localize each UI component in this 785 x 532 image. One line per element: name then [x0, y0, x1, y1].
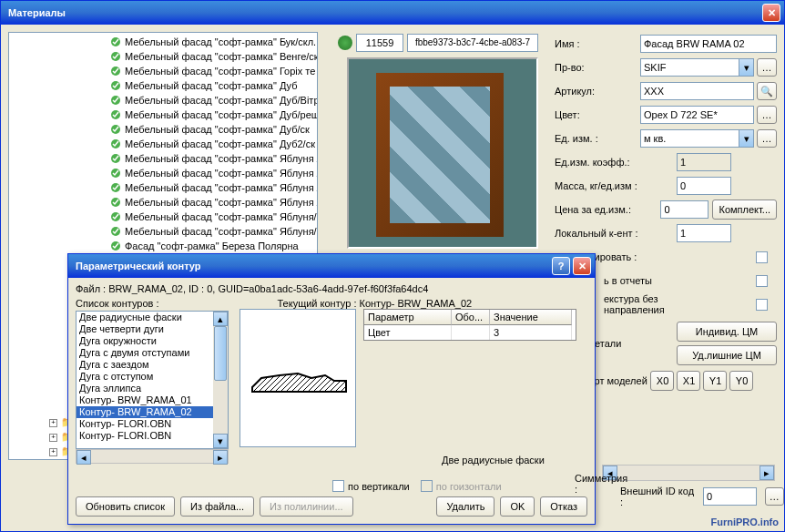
guid-field[interactable]: fbbe9373-b3c7-4cbe-a083-7 [407, 34, 538, 52]
tree-item[interactable]: Мебельный фасад "софт-рамка" Яблуня/ [9, 224, 317, 239]
sym-vertical-checkbox[interactable]: по вертикали [332, 480, 410, 492]
chevron-down-icon[interactable]: ▾ [739, 130, 753, 147]
main-title: Материалы [5, 7, 762, 18]
tree-item[interactable]: Мебельный фасад "софт-рамка" Яблуня/ [9, 210, 317, 224]
noagg-checkbox[interactable] [756, 251, 768, 263]
refresh-button[interactable]: Обновить список [76, 496, 175, 517]
cancel-button[interactable]: Отказ [540, 496, 587, 517]
x0-button[interactable]: X0 [650, 371, 674, 391]
check-icon [109, 138, 122, 150]
list-hscrollbar[interactable]: ◂ ▸ [76, 449, 229, 464]
tree-item[interactable]: Мебельный фасад "софт-рамка" Яблуня л [9, 195, 317, 210]
name-label: Имя : [555, 38, 640, 49]
indiv-cm-button[interactable]: Индивид. ЦМ [677, 322, 777, 342]
col-param[interactable]: Параметр [364, 310, 452, 325]
check-icon [109, 36, 122, 48]
prod-more-button[interactable]: … [757, 58, 777, 77]
del-cm-button[interactable]: Уд.лишние ЦМ [677, 345, 777, 365]
from-file-button[interactable]: Из файла... [180, 496, 254, 517]
col-value[interactable]: Значение [490, 310, 572, 325]
list-item[interactable]: Контур- BRW_RAMA_01 [76, 394, 213, 406]
scroll-up-icon[interactable]: ▴ [213, 312, 228, 326]
y1-button[interactable]: Y1 [703, 371, 727, 391]
local-input[interactable]: 1 [677, 224, 731, 242]
check-icon [109, 108, 122, 121]
y0-button[interactable]: Y0 [729, 371, 753, 391]
list-item[interactable]: Две четверти дуги [76, 323, 213, 335]
ext-id-input[interactable]: 0 [703, 487, 757, 506]
name-input[interactable]: Фасад BRW RAMA 02 [640, 35, 777, 53]
tree-item[interactable]: Мебельный фасад "софт-рамка" Горіх те [9, 64, 317, 78]
tree-item[interactable]: Мебельный фасад "софт-рамка" Дуб/ск [9, 122, 317, 137]
list-item[interactable]: Дуга с заездом [76, 359, 213, 371]
check-icon [109, 79, 122, 92]
close-button[interactable]: ✕ [762, 4, 780, 22]
tree-item[interactable]: Мебельный фасад "софт-рамка" Яблуня л [9, 180, 317, 195]
tree-item[interactable]: Мебельный фасад "софт-рамка" Дуб/реш [9, 107, 317, 122]
tree-item[interactable]: Фасад "софт-рамка" Береза Полярна [9, 239, 317, 253]
details-label: етали [595, 338, 621, 349]
local-label: Локальный к-ент : [555, 228, 673, 239]
check-icon [109, 65, 122, 77]
id-field[interactable]: 11559 [356, 34, 403, 52]
list-item[interactable]: Дуга эллипса [76, 383, 213, 394]
list-label: Список контуров : [76, 298, 159, 309]
preview-caption: Две радиусные фаски [442, 455, 545, 466]
list-item[interactable]: Контур- FLORI.OBN [76, 430, 213, 442]
unit-more-button[interactable]: … [757, 129, 777, 148]
tree-item[interactable]: Мебельный фасад "софт-рамка" Дуб [9, 78, 317, 93]
table-row[interactable]: Цвет 3 [364, 325, 576, 340]
dialog-close-button[interactable]: ✕ [573, 257, 591, 275]
check-icon [109, 225, 122, 238]
texture-checkbox[interactable] [756, 299, 768, 311]
tree-item[interactable]: Мебельный фасад "софт-рамка" Венге/ск [9, 49, 317, 64]
col-obo[interactable]: Обо... [452, 310, 490, 325]
tree-item[interactable]: Мебельный фасад "софт-рамка" Дуб2/ск [9, 137, 317, 151]
search-icon[interactable]: 🔍 [757, 82, 777, 100]
unit-select[interactable]: м кв. ▾ [640, 129, 754, 148]
chevron-down-icon[interactable]: ▾ [739, 59, 753, 76]
list-item[interactable]: Дуга окружности [76, 335, 213, 347]
tree-item[interactable]: Мебельный фасад "софт-рамка" Бук/скл. [9, 35, 317, 49]
list-item[interactable]: Две радиусные фаски [76, 312, 213, 323]
horizontal-scrollbar[interactable]: ◂ ▸ [602, 465, 775, 481]
complect-button[interactable]: Комплект... [712, 200, 777, 220]
tree-item[interactable]: Мебельный фасад "софт-рамка" Яблуня Л [9, 151, 317, 166]
scroll-right-icon[interactable]: ▸ [760, 466, 774, 480]
ext-id-more-button[interactable]: … [765, 487, 784, 506]
tree-item[interactable]: Мебельный фасад "софт-рамка" Дуб/Вітр [9, 93, 317, 107]
dialog-titlebar: Параметрический контур ? ✕ [68, 254, 595, 278]
expand-icon[interactable]: + [49, 419, 57, 427]
scroll-right-icon[interactable]: ▸ [213, 450, 228, 465]
expand-icon[interactable]: + [49, 448, 57, 456]
expand-icon[interactable]: + [49, 434, 57, 442]
article-label: Артикул: [555, 86, 640, 97]
help-button[interactable]: ? [552, 257, 570, 275]
delete-button[interactable]: Удалить [436, 496, 494, 517]
sym-horizontal-checkbox: по гоизонтали [421, 480, 502, 492]
list-item[interactable]: Дуга с отступом [76, 371, 213, 383]
color-label: Цвет: [555, 109, 640, 120]
vertical-scrollbar[interactable]: ▴ ▾ [213, 312, 228, 448]
mass-input[interactable]: 0 [677, 177, 731, 195]
list-item[interactable]: Контур- FLORI.OBN [76, 418, 213, 430]
list-item[interactable]: Контур- BRW_RAMA_02 [76, 406, 213, 418]
contour-listbox[interactable]: Две радиусные фаскиДве четверти дугиДуга… [76, 311, 229, 449]
article-input[interactable]: XXX [640, 82, 754, 100]
color-input[interactable]: Opex D 722 SE* [640, 106, 754, 124]
check-icon [109, 50, 122, 63]
scroll-down-icon[interactable]: ▾ [213, 434, 228, 448]
list-item[interactable]: Дуга с двумя отступами [76, 347, 213, 359]
price-input[interactable]: 0 [660, 200, 709, 219]
scroll-left-icon[interactable]: ◂ [76, 450, 91, 465]
unit-label: Ед. изм. : [555, 133, 640, 144]
tree-item[interactable]: Мебельный фасад "софт-рамка" Яблуня л [9, 166, 317, 180]
reports-checkbox[interactable] [756, 275, 768, 287]
dialog-title: Параметрический контур [72, 261, 552, 271]
ext-id-label: Внешний ID код : [620, 486, 698, 507]
prod-select[interactable]: SKIF ▾ [640, 58, 754, 77]
pin-icon[interactable] [338, 36, 352, 50]
color-more-button[interactable]: … [757, 106, 777, 124]
x1-button[interactable]: X1 [677, 371, 700, 391]
ok-button[interactable]: OK [500, 496, 535, 517]
